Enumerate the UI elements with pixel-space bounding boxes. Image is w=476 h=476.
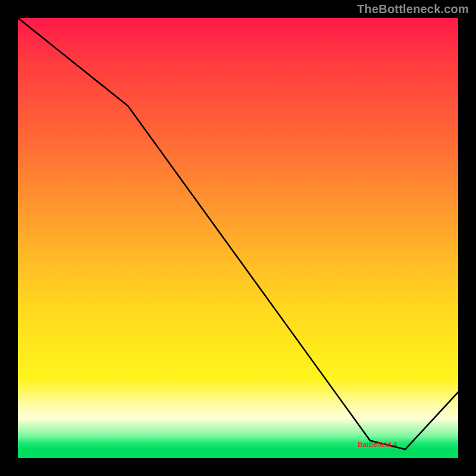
series-label: Battlefield 4 (358, 441, 397, 448)
attribution-label: TheBottleneck.com (357, 2, 469, 16)
bottleneck-curve (18, 18, 458, 449)
chart-container: TheBottleneck.com Battlefield 4 (0, 0, 476, 476)
plot-area: Battlefield 4 (18, 18, 458, 458)
curve-layer (18, 18, 458, 458)
